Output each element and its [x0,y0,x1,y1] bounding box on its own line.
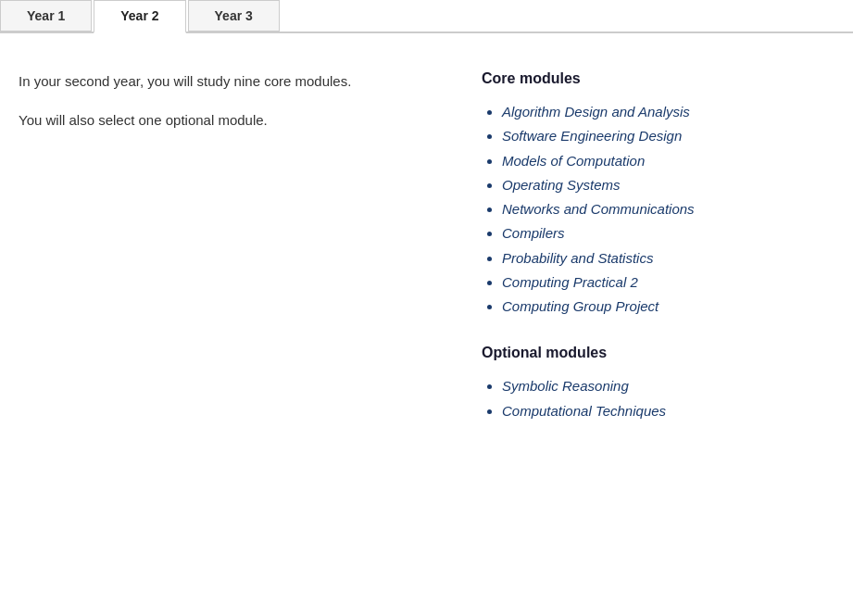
tab-year1[interactable]: Year 1 [0,0,92,31]
list-item: Probability and Statistics [502,246,834,270]
list-item: Computational Techniques [502,399,834,423]
list-item: Compilers [502,221,834,245]
list-item: Models of Computation [502,149,834,173]
tabs-bar: Year 1 Year 2 Year 3 [0,0,853,33]
intro-line1: In your second year, you will study nine… [19,70,445,93]
list-item: Operating Systems [502,173,834,197]
intro-line2: You will also select one optional module… [19,109,445,132]
optional-modules-list: Symbolic ReasoningComputational Techniqu… [482,374,834,423]
list-item: Symbolic Reasoning [502,374,834,398]
list-item: Software Engineering Design [502,124,834,148]
core-modules-title: Core modules [482,70,834,87]
optional-modules-title: Optional modules [482,345,834,361]
list-item: Networks and Communications [502,197,834,221]
list-item: Computing Group Project [502,295,834,319]
list-item: Algorithm Design and Analysis [502,100,834,124]
tab-year3[interactable]: Year 3 [188,0,280,31]
tab-year2[interactable]: Year 2 [94,0,185,33]
list-item: Computing Practical 2 [502,270,834,295]
right-panel: Core modules Algorithm Design and Analys… [482,70,834,449]
core-modules-list: Algorithm Design and AnalysisSoftware En… [482,100,834,319]
left-panel: In your second year, you will study nine… [19,70,445,449]
optional-section: Optional modules Symbolic ReasoningCompu… [482,345,834,423]
main-content: In your second year, you will study nine… [0,33,853,486]
